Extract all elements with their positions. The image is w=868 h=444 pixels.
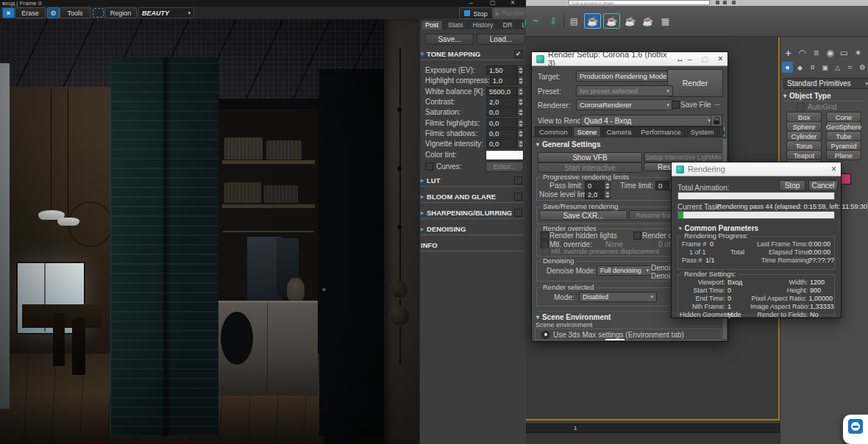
spinner[interactable] [604,190,611,199]
object-color-swatch[interactable] [840,173,851,185]
section-bloom-glare[interactable]: ▸ BLOOM AND GLARE [421,191,524,203]
load-button[interactable]: Load... [477,34,525,45]
spacewarps-icon[interactable]: ≈ [844,62,855,73]
general-settings-header[interactable]: ▾ General Settings [536,140,600,148]
primitive-category-select[interactable]: Standard Primitives ▾ [783,78,868,89]
search-input[interactable]: Type a keyword or phrase [569,0,710,5]
spinner[interactable] [518,76,524,85]
primitive-cone-button[interactable]: Cone [826,112,861,122]
tools-button[interactable]: Tools [60,7,90,18]
motion-tab-icon[interactable]: ◉ [824,46,836,60]
tab-render-elements[interactable]: Render Elements [719,126,725,137]
primitive-geosphere-button[interactable]: GeoSphere [826,121,861,132]
vfb-stop-button[interactable]: Stop [459,7,493,19]
rendering-titlebar[interactable]: Rendering × [672,162,841,176]
primitive-sphere-button[interactable]: Sphere [786,121,822,132]
render-setup-icon[interactable]: ☕ [584,13,601,29]
denoise-mode-select[interactable]: Full denoising ▾ [597,265,652,276]
renderer-select[interactable]: CoronaRenderer ▾ [576,99,673,110]
param-value[interactable]: 0,0 [486,118,517,128]
helpers-icon[interactable]: △ [832,62,843,73]
hidden-lights-checkbox[interactable] [541,232,549,240]
tone-mapping-header[interactable]: ▾ TONE MAPPING ✓ [421,49,524,60]
titlebar-icon[interactable] [716,1,719,4]
primitive-box-button[interactable]: Box [786,112,822,122]
rollout-resize-handle[interactable] [605,339,625,340]
curves-checkbox[interactable] [425,162,433,171]
start-interactive-button[interactable]: Start interactive [538,162,642,173]
schematic-view-icon[interactable]: ⇩ [546,14,561,28]
tab-performance[interactable]: Performance [636,126,685,137]
tab-camera[interactable]: Camera [602,126,636,137]
tone-mapping-checkbox[interactable]: ✓ [514,50,522,58]
viewport-layout-icon[interactable]: ▦ [658,14,673,28]
use-max-settings-radio[interactable] [541,331,549,339]
modify-tab-icon[interactable]: ◠ [796,46,808,60]
lut-checkbox[interactable] [514,176,522,185]
primitive-teapot-button[interactable]: Teapot [786,150,822,160]
view-lock-button[interactable] [711,115,722,126]
preset-select[interactable]: No preset selected ▾ [576,85,673,96]
target-select[interactable]: Production Rendering Mode ▾ [576,71,673,82]
minimize-icon[interactable]: – [688,55,692,63]
track-bar[interactable]: 1 [526,423,780,433]
vfb-clear-button[interactable]: × [2,7,15,18]
rendered-frame-window-icon[interactable]: ☕ [603,13,620,29]
tab-system[interactable]: System [686,126,719,137]
curve-editor-icon[interactable]: ~ [528,14,544,28]
systems-icon[interactable]: ⚙ [857,62,868,73]
shapes-icon[interactable]: ◆ [794,62,805,73]
section-denoising[interactable]: ▸ DENOISING [421,223,524,235]
render-selected-mode-select[interactable]: Disabled ▾ [579,292,657,302]
hierarchy-tab-icon[interactable]: ≡ [810,46,822,60]
color-tint-swatch[interactable] [485,150,524,160]
primitive-plane-button[interactable]: Plane [826,150,861,160]
param-value[interactable]: 0,0 [486,129,517,138]
tab-post[interactable]: Post [421,20,443,29]
param-value[interactable]: 2,0 [486,97,517,107]
save-file-checkbox[interactable] [672,101,680,109]
autogrid-checkbox[interactable] [797,103,805,111]
close-icon[interactable]: × [718,54,723,64]
param-value[interactable]: 1,50 [486,65,517,75]
sharpening-checkbox[interactable] [514,209,522,217]
tab-history[interactable]: History [469,20,498,29]
close-icon[interactable]: × [511,0,515,7]
spinner[interactable] [517,118,524,128]
utilities-tab-icon[interactable]: ✶ [852,46,864,60]
spinner[interactable] [517,107,524,117]
save-cxr-button[interactable]: Save CXR... [539,210,627,221]
spinner[interactable] [517,129,524,138]
tab-lightmix[interactable]: LightMix [518,20,524,29]
minimize-icon[interactable]: – [469,0,473,7]
render-production-icon[interactable]: ☕ [622,14,638,28]
spinner[interactable] [517,87,524,96]
param-value[interactable]: 0,0 [486,107,517,117]
param-value[interactable]: 0,0 [486,139,517,148]
region-button[interactable]: Region [104,7,137,18]
close-icon[interactable]: × [831,164,836,174]
render-button[interactable]: Render [667,69,723,97]
cameras-icon[interactable]: ▣ [819,62,830,73]
vfb-render-button[interactable]: ▶ Render [493,7,527,19]
display-tab-icon[interactable]: ▭ [838,46,850,60]
primitive-pyramid-button[interactable]: Pyramid [826,140,861,151]
tab-dr[interactable]: DR [499,20,517,29]
primitive-tube-button[interactable]: Tube [826,131,861,141]
render-iterative-icon[interactable]: ☕ [640,14,655,28]
setup-lightmix-button[interactable]: Setup Interactive LightMix [644,152,724,162]
object-type-rollout-header[interactable]: ▾ Object Type [783,91,864,101]
create-tab-icon[interactable]: + [782,46,794,60]
section-lut[interactable]: ▸ LUT [421,175,524,187]
spinner[interactable] [517,139,524,148]
show-vfb-button[interactable]: Show VFB [538,152,642,162]
render-setup-titlebar[interactable]: Render Setup: Corona 1.6 (hotfix 3) ↔ – … [532,52,728,66]
tab-common[interactable]: Common [535,126,572,137]
maximize-icon[interactable]: ▢ [490,0,496,6]
cancel-button[interactable]: Cancel [808,180,838,191]
param-value[interactable]: 5500,0 [486,87,517,96]
param-value[interactable]: 1,0 [490,76,518,85]
tab-stats[interactable]: Stats [444,20,468,29]
erase-button[interactable]: Erase [15,7,46,18]
tools-gear-button[interactable]: ⚙ [47,7,60,18]
